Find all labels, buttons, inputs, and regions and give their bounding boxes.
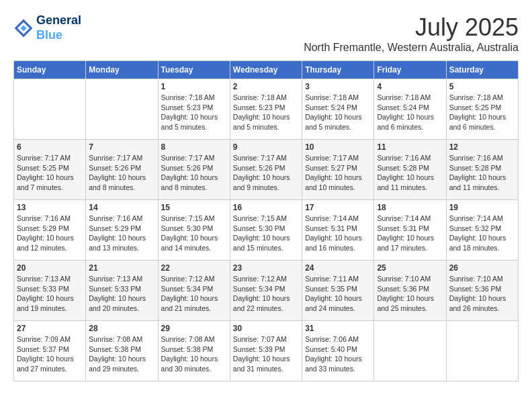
location-subtitle: North Fremantle, Western Australia, Aust…: [304, 42, 519, 54]
month-title: July 2025: [304, 13, 519, 42]
day-number: 21: [89, 263, 154, 273]
calendar-cell: 17Sunrise: 7:14 AM Sunset: 5:31 PM Dayli…: [302, 200, 374, 261]
calendar-cell: 22Sunrise: 7:12 AM Sunset: 5:34 PM Dayli…: [158, 261, 230, 321]
logo-line2: Blue: [36, 28, 81, 43]
day-number: 11: [377, 142, 443, 152]
day-info: Sunrise: 7:10 AM Sunset: 5:36 PM Dayligh…: [377, 274, 443, 314]
calendar-cell: 27Sunrise: 7:09 AM Sunset: 5:37 PM Dayli…: [14, 321, 86, 381]
day-number: 20: [17, 263, 83, 273]
day-info: Sunrise: 7:17 AM Sunset: 5:26 PM Dayligh…: [161, 153, 227, 193]
calendar-cell: [446, 321, 518, 381]
day-number: 18: [377, 203, 443, 212]
calendar-cell: 6Sunrise: 7:17 AM Sunset: 5:25 PM Daylig…: [14, 140, 86, 200]
weekday-header: Wednesday: [230, 61, 302, 79]
day-number: 4: [377, 82, 443, 91]
weekday-header: Thursday: [302, 61, 374, 79]
day-info: Sunrise: 7:06 AM Sunset: 5:40 PM Dayligh…: [305, 334, 371, 374]
calendar-cell: 19Sunrise: 7:14 AM Sunset: 5:32 PM Dayli…: [446, 200, 518, 261]
day-info: Sunrise: 7:12 AM Sunset: 5:34 PM Dayligh…: [233, 274, 299, 314]
day-info: Sunrise: 7:10 AM Sunset: 5:36 PM Dayligh…: [449, 274, 515, 314]
day-info: Sunrise: 7:15 AM Sunset: 5:30 PM Dayligh…: [161, 214, 227, 253]
calendar-cell: 23Sunrise: 7:12 AM Sunset: 5:34 PM Dayli…: [230, 261, 302, 321]
day-info: Sunrise: 7:17 AM Sunset: 5:26 PM Dayligh…: [89, 153, 154, 193]
day-number: 2: [233, 82, 299, 91]
calendar-cell: 31Sunrise: 7:06 AM Sunset: 5:40 PM Dayli…: [302, 321, 374, 381]
calendar-header: SundayMondayTuesdayWednesdayThursdayFrid…: [14, 61, 519, 79]
calendar-cell: 28Sunrise: 7:08 AM Sunset: 5:38 PM Dayli…: [86, 321, 158, 381]
day-number: 28: [89, 324, 154, 333]
calendar-cell: 25Sunrise: 7:10 AM Sunset: 5:36 PM Dayli…: [374, 261, 446, 321]
calendar-week-row: 20Sunrise: 7:13 AM Sunset: 5:33 PM Dayli…: [14, 261, 519, 321]
day-number: 29: [161, 324, 227, 333]
calendar-cell: 10Sunrise: 7:17 AM Sunset: 5:27 PM Dayli…: [302, 140, 374, 200]
day-number: 23: [233, 263, 299, 273]
logo-text: General Blue: [36, 13, 81, 42]
day-number: 15: [161, 203, 227, 212]
weekday-header: Sunday: [14, 61, 86, 79]
calendar-cell: [14, 79, 86, 140]
day-info: Sunrise: 7:17 AM Sunset: 5:27 PM Dayligh…: [305, 153, 371, 193]
day-info: Sunrise: 7:13 AM Sunset: 5:33 PM Dayligh…: [17, 274, 83, 314]
weekday-header: Tuesday: [158, 61, 230, 79]
day-number: 24: [305, 263, 371, 273]
calendar-cell: 21Sunrise: 7:13 AM Sunset: 5:33 PM Dayli…: [86, 261, 158, 321]
day-number: 26: [449, 263, 515, 273]
day-info: Sunrise: 7:13 AM Sunset: 5:33 PM Dayligh…: [89, 274, 154, 314]
day-info: Sunrise: 7:12 AM Sunset: 5:34 PM Dayligh…: [161, 274, 227, 314]
calendar-week-row: 27Sunrise: 7:09 AM Sunset: 5:37 PM Dayli…: [14, 321, 519, 381]
day-info: Sunrise: 7:17 AM Sunset: 5:25 PM Dayligh…: [17, 153, 83, 193]
calendar-cell: 9Sunrise: 7:17 AM Sunset: 5:26 PM Daylig…: [230, 140, 302, 200]
day-number: 19: [449, 203, 515, 212]
calendar-week-row: 1Sunrise: 7:18 AM Sunset: 5:23 PM Daylig…: [14, 79, 519, 140]
day-info: Sunrise: 7:16 AM Sunset: 5:29 PM Dayligh…: [17, 214, 83, 253]
calendar-cell: 30Sunrise: 7:07 AM Sunset: 5:39 PM Dayli…: [230, 321, 302, 381]
day-info: Sunrise: 7:14 AM Sunset: 5:31 PM Dayligh…: [377, 214, 443, 253]
day-number: 27: [17, 324, 83, 333]
weekday-row: SundayMondayTuesdayWednesdayThursdayFrid…: [14, 61, 519, 79]
calendar-cell: 1Sunrise: 7:18 AM Sunset: 5:23 PM Daylig…: [158, 79, 230, 140]
day-number: 31: [305, 324, 371, 333]
calendar-cell: 13Sunrise: 7:16 AM Sunset: 5:29 PM Dayli…: [14, 200, 86, 261]
calendar-cell: 8Sunrise: 7:17 AM Sunset: 5:26 PM Daylig…: [158, 140, 230, 200]
day-info: Sunrise: 7:16 AM Sunset: 5:28 PM Dayligh…: [377, 153, 443, 193]
day-number: 22: [161, 263, 227, 273]
day-info: Sunrise: 7:15 AM Sunset: 5:30 PM Dayligh…: [233, 214, 299, 253]
day-number: 7: [89, 142, 154, 152]
day-info: Sunrise: 7:18 AM Sunset: 5:25 PM Dayligh…: [449, 93, 515, 132]
day-number: 1: [161, 82, 227, 91]
page-header: General Blue July 2025 North Fremantle, …: [13, 13, 519, 54]
calendar-cell: 24Sunrise: 7:11 AM Sunset: 5:35 PM Dayli…: [302, 261, 374, 321]
calendar-body: 1Sunrise: 7:18 AM Sunset: 5:23 PM Daylig…: [14, 79, 519, 381]
day-number: 13: [17, 203, 83, 212]
calendar-cell: 7Sunrise: 7:17 AM Sunset: 5:26 PM Daylig…: [86, 140, 158, 200]
day-info: Sunrise: 7:08 AM Sunset: 5:38 PM Dayligh…: [161, 334, 227, 374]
calendar-cell: 12Sunrise: 7:16 AM Sunset: 5:28 PM Dayli…: [446, 140, 518, 200]
logo: General Blue: [13, 13, 81, 42]
calendar-cell: 18Sunrise: 7:14 AM Sunset: 5:31 PM Dayli…: [374, 200, 446, 261]
day-info: Sunrise: 7:18 AM Sunset: 5:23 PM Dayligh…: [233, 93, 299, 132]
calendar-cell: 15Sunrise: 7:15 AM Sunset: 5:30 PM Dayli…: [158, 200, 230, 261]
day-info: Sunrise: 7:18 AM Sunset: 5:24 PM Dayligh…: [305, 93, 371, 132]
calendar-cell: 29Sunrise: 7:08 AM Sunset: 5:38 PM Dayli…: [158, 321, 230, 381]
logo-line1: General: [36, 13, 81, 28]
day-number: 10: [305, 142, 371, 152]
day-number: 8: [161, 142, 227, 152]
day-info: Sunrise: 7:09 AM Sunset: 5:37 PM Dayligh…: [17, 334, 83, 374]
calendar-cell: 11Sunrise: 7:16 AM Sunset: 5:28 PM Dayli…: [374, 140, 446, 200]
day-info: Sunrise: 7:11 AM Sunset: 5:35 PM Dayligh…: [305, 274, 371, 314]
day-info: Sunrise: 7:18 AM Sunset: 5:23 PM Dayligh…: [161, 93, 227, 132]
day-info: Sunrise: 7:14 AM Sunset: 5:31 PM Dayligh…: [305, 214, 371, 253]
day-number: 9: [233, 142, 299, 152]
calendar-cell: 26Sunrise: 7:10 AM Sunset: 5:36 PM Dayli…: [446, 261, 518, 321]
day-info: Sunrise: 7:18 AM Sunset: 5:24 PM Dayligh…: [377, 93, 443, 132]
logo-icon: [13, 18, 34, 38]
weekday-header: Saturday: [446, 61, 518, 79]
calendar-cell: 4Sunrise: 7:18 AM Sunset: 5:24 PM Daylig…: [374, 79, 446, 140]
day-info: Sunrise: 7:16 AM Sunset: 5:28 PM Dayligh…: [449, 153, 515, 193]
day-number: 12: [449, 142, 515, 152]
day-number: 6: [17, 142, 83, 152]
calendar-week-row: 13Sunrise: 7:16 AM Sunset: 5:29 PM Dayli…: [14, 200, 519, 261]
title-block: July 2025 North Fremantle, Western Austr…: [304, 13, 519, 54]
day-info: Sunrise: 7:16 AM Sunset: 5:29 PM Dayligh…: [89, 214, 154, 253]
calendar-week-row: 6Sunrise: 7:17 AM Sunset: 5:25 PM Daylig…: [14, 140, 519, 200]
